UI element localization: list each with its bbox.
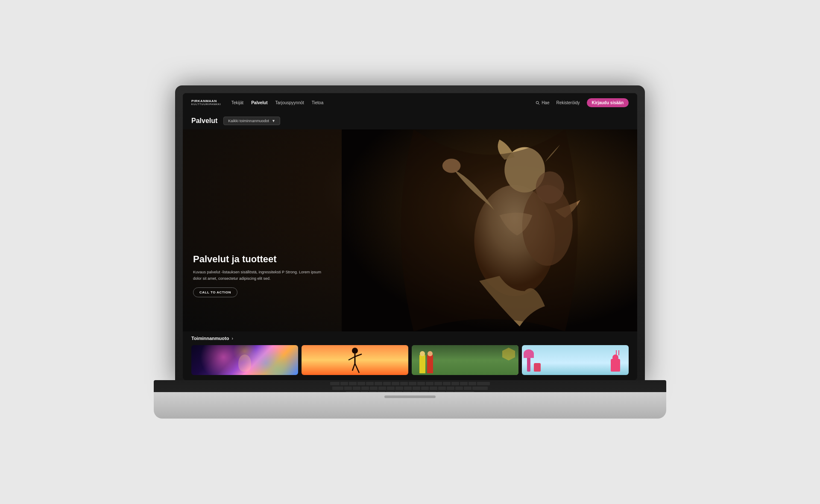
logo-name-top: PIRKANMAAN (191, 100, 221, 103)
card-item[interactable] (302, 345, 408, 375)
svg-point-8 (352, 348, 358, 354)
card-item[interactable] (191, 345, 298, 375)
laptop-palmrest (154, 392, 666, 419)
laptop-hinge (175, 384, 645, 392)
nav-link-tarjouspyynnot[interactable]: Tarjouspyynnöt (275, 100, 304, 105)
login-button[interactable]: Kirjaudu sisään (587, 98, 629, 107)
dropdown-arrow-icon: ▼ (272, 119, 275, 123)
filter-dropdown[interactable]: Kaikki toiminnanmuodot ▼ (223, 117, 280, 125)
svg-point-0 (536, 101, 539, 104)
laptop-screen-bezel: PIRKANMAAN KULTTUURIPANKKI Tekijät Palve… (183, 93, 637, 380)
card-item[interactable] (412, 345, 518, 375)
search-label: Hae (542, 100, 549, 105)
cards-header: Toiminnanmuoto › (191, 336, 629, 341)
page-header: Palvelut Kaikki toiminnanmuodot ▼ (183, 112, 637, 129)
dancer-silhouette (346, 347, 363, 375)
page-title: Palvelut (191, 117, 217, 125)
search-icon (536, 101, 540, 105)
logo-name-bottom: KULTTUURIPANKKI (191, 103, 221, 106)
cta-button[interactable]: CALL TO ACTION (193, 287, 237, 297)
hero-content: Palvelut ja tuotteet Kuvaus palvelut -li… (193, 254, 330, 297)
register-link[interactable]: Rekisteröidy (556, 100, 580, 105)
cards-grid (191, 345, 629, 375)
statue-svg (342, 129, 637, 331)
nav-link-palvelut[interactable]: Palvelut (251, 100, 267, 105)
svg-line-1 (538, 103, 539, 105)
search-button[interactable]: Hae (536, 100, 549, 105)
nav-right-section: Hae Rekisteröidy Kirjaudu sisään (536, 98, 629, 107)
website-content: PIRKANMAAN KULTTUURIPANKKI Tekijät Palve… (183, 93, 637, 380)
hero-title: Palvelut ja tuotteet (193, 254, 330, 265)
nav-link-tietoa[interactable]: Tietoa (312, 100, 323, 105)
laptop-screen-frame: PIRKANMAAN KULTTUURIPANKKI Tekijät Palve… (175, 85, 645, 384)
hero-section: Palvelut ja tuotteet Kuvaus palvelut -li… (183, 129, 637, 331)
navigation-bar: PIRKANMAAN KULTTUURIPANKKI Tekijät Palve… (183, 93, 637, 112)
cards-section-title: Toiminnanmuoto (191, 336, 229, 341)
hero-image (342, 129, 637, 331)
svg-line-11 (355, 354, 362, 357)
svg-line-10 (348, 357, 355, 360)
laptop-mockup: PIRKANMAAN KULTTUURIPANKKI Tekijät Palve… (154, 85, 666, 419)
svg-line-13 (355, 363, 359, 373)
site-logo: PIRKANMAAN KULTTUURIPANKKI (191, 100, 221, 106)
nav-link-tekijat[interactable]: Tekijät (231, 100, 243, 105)
cards-section-arrow[interactable]: › (231, 336, 233, 341)
nav-links: Tekijät Palvelut Tarjouspyynnöt Tietoa (231, 100, 536, 105)
svg-line-12 (352, 363, 355, 371)
hero-description: Kuvaus palvelut -listauksen sisällöstä, … (193, 269, 330, 281)
cards-section: Toiminnanmuoto › (183, 331, 637, 380)
dropdown-label: Kaikki toiminnanmuodot (228, 119, 269, 123)
card-item[interactable] (522, 345, 629, 375)
laptop-base (154, 384, 666, 419)
